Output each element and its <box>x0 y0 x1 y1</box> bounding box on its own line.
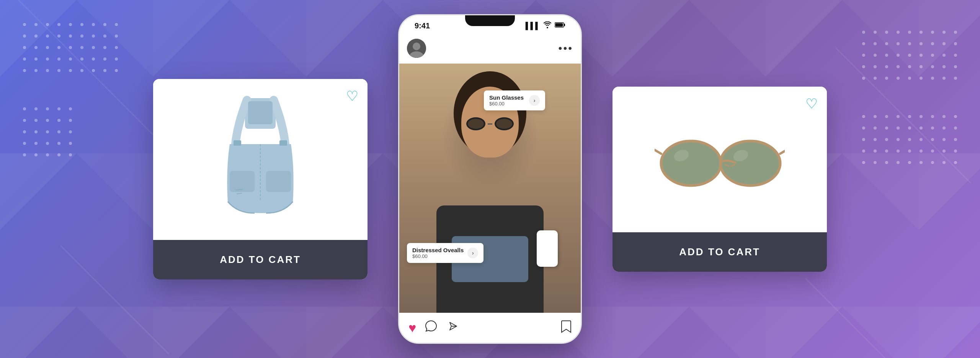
svg-rect-7 <box>234 140 241 146</box>
dot-grid-left-top <box>23 23 118 72</box>
person-glasses <box>466 117 514 130</box>
decorative-line-4 <box>805 278 887 358</box>
action-icons-left: ♥ <box>408 320 458 336</box>
svg-rect-10 <box>564 24 565 26</box>
left-card-image-area: ♡ <box>153 79 368 240</box>
overalls-image <box>214 94 306 225</box>
product-tag-overalls[interactable]: Distressed Ovealls $60.00 › <box>407 243 483 263</box>
comment-button[interactable] <box>425 320 438 336</box>
page-background: ♡ <box>0 0 980 358</box>
right-wishlist-icon[interactable]: ♡ <box>805 96 818 112</box>
post-menu-dots[interactable]: ••• <box>559 42 573 54</box>
dot-grid-left-bottom <box>23 107 72 156</box>
right-product-card: ♡ <box>612 87 827 272</box>
svg-rect-11 <box>555 23 563 27</box>
svg-rect-1 <box>248 101 273 124</box>
left-wishlist-icon[interactable]: ♡ <box>346 88 358 104</box>
share-button[interactable] <box>446 320 458 335</box>
wifi-icon <box>543 21 552 30</box>
phone-post-image: Sun Glasses $60.00 › Distressed Ovealls … <box>399 64 581 313</box>
right-add-to-cart-button[interactable]: ADD TO CART <box>612 232 827 272</box>
battery-icon <box>555 22 565 30</box>
post-avatar <box>407 39 426 58</box>
tag-overalls-price: $60.00 <box>412 253 464 259</box>
svg-rect-3 <box>266 171 291 192</box>
tag-sunglasses-name: Sun Glasses <box>489 94 525 101</box>
person-phone <box>537 230 558 267</box>
dot-grid-right-top <box>862 31 957 80</box>
phone-post-header: ••• <box>399 33 581 64</box>
bookmark-button[interactable] <box>561 320 572 336</box>
svg-line-22 <box>655 150 661 154</box>
svg-point-13 <box>413 43 420 50</box>
svg-point-19 <box>723 143 778 183</box>
tag-sunglasses-arrow[interactable]: › <box>529 95 540 106</box>
svg-point-17 <box>663 143 719 183</box>
dot-grid-right-bottom <box>862 115 957 164</box>
phone-notch <box>465 15 515 26</box>
tag-overalls-name: Distressed Ovealls <box>412 247 464 253</box>
svg-line-23 <box>780 150 785 154</box>
status-time: 9:41 <box>415 21 430 30</box>
status-icons: ▌▌▌ <box>526 21 565 30</box>
left-product-card: ♡ <box>153 79 368 279</box>
phone-post-actions: ♥ <box>399 313 581 343</box>
right-card-image-area: ♡ <box>612 87 827 232</box>
signal-icon: ▌▌▌ <box>526 22 540 30</box>
sunglasses-image <box>655 129 785 190</box>
tag-overalls-arrow[interactable]: › <box>467 248 478 258</box>
tag-overalls-info: Distressed Ovealls $60.00 <box>412 247 464 259</box>
like-button[interactable]: ♥ <box>408 320 416 335</box>
product-tag-sunglasses[interactable]: Sun Glasses $60.00 › <box>484 90 545 110</box>
svg-line-5 <box>235 189 243 190</box>
left-add-to-cart-button[interactable]: ADD TO CART <box>153 240 368 279</box>
phone-mockup: 9:41 ▌▌▌ ••• <box>398 14 582 344</box>
tag-sunglasses-price: $60.00 <box>489 101 525 107</box>
tag-sunglasses-info: Sun Glasses $60.00 <box>489 94 525 107</box>
svg-rect-8 <box>279 140 287 146</box>
